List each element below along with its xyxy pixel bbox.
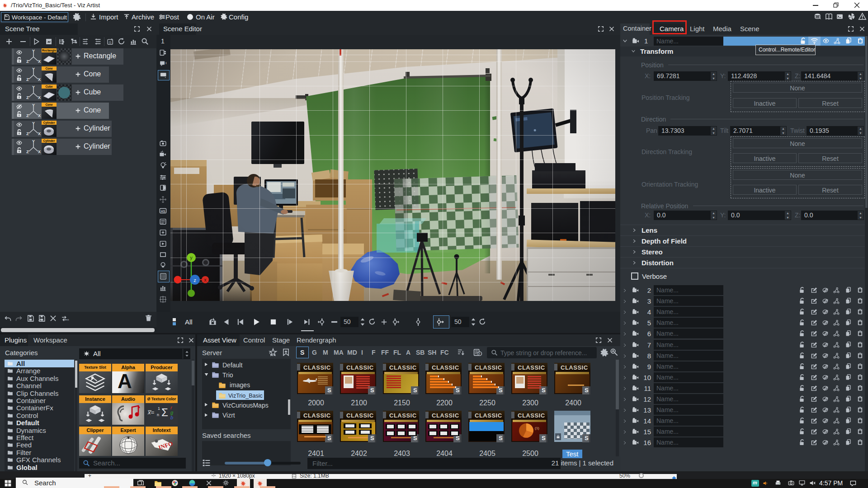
svg-text:X: X (38, 59, 41, 64)
svg-text:i: i (165, 61, 166, 65)
svg-text:X: X (38, 95, 41, 100)
svg-text:x: x (204, 277, 207, 282)
svg-text:i: i (479, 352, 480, 356)
svg-text:X: X (38, 77, 41, 82)
svg-text:Z: Z (26, 131, 29, 136)
svg-text:Y: Y (32, 85, 35, 89)
svg-text:Z: Z (26, 150, 29, 154)
svg-text:Y: Y (32, 49, 35, 53)
svg-text:y: y (190, 255, 193, 260)
svg-text:Y: Y (32, 67, 35, 71)
svg-text:G: G (109, 40, 112, 44)
svg-text:X: X (38, 113, 41, 118)
svg-text:Z: Z (26, 77, 29, 82)
svg-text:z: z (193, 277, 196, 283)
svg-text:Z: Z (26, 95, 29, 100)
svg-text:Z: Z (26, 59, 29, 64)
svg-text:Y: Y (32, 139, 35, 144)
svg-text:X: X (38, 150, 41, 154)
svg-text:H: H (67, 319, 69, 321)
svg-text:X: X (38, 131, 41, 136)
svg-text:HS: HS (161, 210, 165, 213)
svg-text:Y: Y (32, 121, 35, 126)
svg-text:Z: Z (26, 113, 29, 118)
svg-text:Y: Y (32, 103, 35, 108)
